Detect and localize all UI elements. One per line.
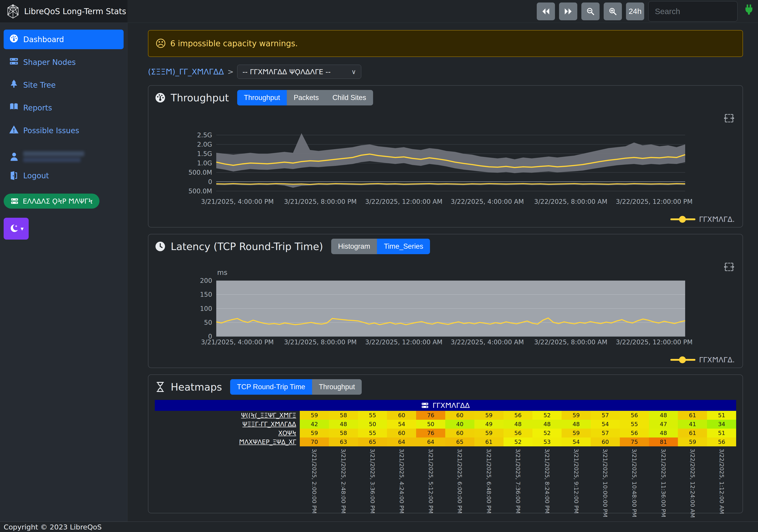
zoom-in-button[interactable]	[604, 3, 622, 20]
svg-text:50: 50	[204, 319, 212, 326]
heatmap-cell: 52	[533, 411, 562, 420]
breadcrumb-separator: >	[227, 67, 234, 76]
rewind-button[interactable]	[537, 3, 555, 20]
heatmap-cell: 54	[562, 438, 591, 446]
heatmap-column-label: 3/21/2025, 10:48:00 PM	[631, 446, 637, 510]
heatmap-cell: 40	[445, 420, 474, 429]
fast-forward-icon	[564, 7, 573, 16]
heatmap-cell: 65	[445, 438, 474, 446]
svg-text:3/22/2025, 12:00:00 AM: 3/22/2025, 12:00:00 AM	[365, 198, 442, 205]
heatmap-cell: 48	[329, 420, 358, 429]
heatmap-cell: 56	[620, 429, 649, 438]
capacity-warning-alert: ☹ 6 impossible capacity warnings.	[148, 30, 743, 57]
heatmap-column-label: 3/21/2025, 4:24:00 PM	[398, 446, 405, 510]
heatmap-cell: 51	[707, 411, 736, 420]
theme-toggle-button[interactable]: ▾	[4, 218, 29, 240]
sidebar-item-label: Reports	[23, 103, 52, 112]
heatmap-column-label: 3/21/2025, 11:36:00 PM	[660, 446, 667, 510]
person-icon	[9, 152, 19, 162]
search-input[interactable]	[648, 1, 738, 22]
zoom-out-button[interactable]	[581, 3, 600, 20]
sidebar-item-dashboard[interactable]: Dashboard	[4, 30, 123, 49]
gauge-icon	[155, 92, 166, 103]
heatmap-cell: 76	[416, 411, 445, 420]
connection-plug-icon	[743, 4, 755, 19]
app-title: LibreQoS Long-Term Stats	[24, 7, 126, 16]
throughput-tab-throughput[interactable]: Throughput	[237, 90, 287, 105]
heatmap-cell: 81	[649, 438, 678, 446]
heatmap-column-label: 3/22/2025, 12:24:00 AM	[689, 446, 696, 510]
sidebar-item-reports[interactable]: Reports	[4, 98, 123, 118]
heatmap-cell: 47	[649, 420, 678, 429]
heatmap-cell: 59	[474, 411, 503, 420]
heatmaps-panel: Heatmaps TCP Round-Trip TimeThroughput Γ…	[148, 374, 743, 513]
svg-text:2.5G: 2.5G	[197, 131, 212, 139]
svg-text:3/22/2025, 12:00:00 PM: 3/22/2025, 12:00:00 PM	[616, 198, 692, 205]
heatmap-cell: 60	[591, 438, 620, 446]
throughput-tab-packets[interactable]: Packets	[287, 90, 326, 105]
heatmap-column-label: 3/21/2025, 2:00:00 PM	[311, 446, 318, 510]
heatmap-column-label: 3/21/2025, 3:36:00 PM	[369, 446, 376, 510]
sidebar-item-shaper-nodes[interactable]: Shaper Nodes	[4, 53, 123, 72]
heatmap-cell: 60	[445, 429, 474, 438]
heatmap-cell: 55	[358, 411, 387, 420]
throughput-title: Throughput	[171, 92, 229, 104]
expand-icon[interactable]	[723, 113, 735, 124]
site-select[interactable]: -- ΓΓΧϺΛΓΔΔ ΨϘΛΔΛΓΕ -- ∨	[237, 65, 361, 79]
heatmaps-tab-throughput[interactable]: Throughput	[312, 379, 362, 395]
heatmap-cell: 48	[649, 429, 678, 438]
heatmap-row-link[interactable]: ϺΛΧΨΛΕΡ_ΞΨΔ_ΧΓ	[155, 438, 300, 446]
heatmap-cell: 70	[300, 438, 329, 446]
heatmap-column-label: 3/21/2025, 7:36:00 PM	[515, 446, 521, 510]
legend-label: ΓΓΧϺΛΓΔ.	[699, 356, 735, 364]
heatmap-row-link[interactable]: Ψ((Ϟ(_ΞΞΨΓ_ΧϺΓΞ	[155, 411, 300, 420]
sidebar-item-site-tree[interactable]: Site Tree	[4, 75, 123, 95]
warning-triangle-icon	[9, 125, 19, 136]
latency-tab-histogram[interactable]: Histogram	[331, 239, 377, 254]
heatmap-cell: 64	[416, 438, 445, 446]
heatmap-cell: 50	[416, 420, 445, 429]
throughput-tab-child-sites[interactable]: Child Sites	[326, 90, 373, 105]
heatmap-column-label: 3/21/2025, 9:12:00 PM	[573, 446, 579, 510]
heatmap-row-link[interactable]: ΨΞΞΓ-ΓΓ_ΧϺΛΓΔΔ	[155, 420, 300, 429]
sidebar-item-logout[interactable]: Logout	[4, 167, 123, 185]
chevron-down-icon: ▾	[20, 225, 23, 232]
heatmap-column-label: 3/21/2025, 10:00:00 PM	[602, 446, 608, 510]
expand-icon[interactable]	[723, 261, 735, 272]
zoom-out-icon	[586, 7, 595, 16]
heatmap-axis-spacer	[155, 446, 300, 510]
heatmap-cell: 59	[300, 429, 329, 438]
heatmap-column-label: 3/22/2025, 1:12:00 AM	[718, 446, 725, 510]
heatmap-cell: 76	[416, 429, 445, 438]
breadcrumb-root-link[interactable]: (ΣΞΞϺ)_ΓΓ_ΧϺΛΓΔΔ	[148, 67, 224, 76]
heatmap-cell: 59	[474, 429, 503, 438]
heatmap-column-label: 3/21/2025, 2:48:00 PM	[340, 446, 347, 510]
heatmap-cell: 60	[387, 429, 416, 438]
heatmap-cell: 48	[503, 420, 533, 429]
heatmap-column-label: 3/21/2025, 6:48:00 PM	[486, 446, 492, 510]
shaper-node-label: ΕΛΛΔΛΣ ϘϞΡ ϺΛΨΓϞ	[23, 197, 93, 205]
throughput-legend: ΓΓΧϺΛΓΔ.	[155, 215, 736, 224]
heatmap-cell: 75	[620, 438, 649, 446]
latency-tabs: HistogramTime_Series	[331, 239, 430, 254]
heatmap-grid: Ψ((Ϟ(_ΞΞΨΓ_ΧϺΓΞ5958556076605956525957564…	[155, 411, 736, 510]
footer: Copyright © 2023 LibreQoS	[0, 521, 758, 532]
breadcrumb: (ΣΞΞϺ)_ΓΓ_ΧϺΛΓΔΔ > -- ΓΓΧϺΛΓΔΔ ΨϘΛΔΛΓΕ -…	[148, 65, 743, 79]
sidebar-item-possible-issues[interactable]: Possible Issues	[4, 121, 123, 140]
heatmap-cell: 55	[358, 429, 387, 438]
latency-tab-time_series[interactable]: Time_Series	[377, 239, 430, 254]
shaper-node-button[interactable]: ΕΛΛΔΛΣ ϘϞΡ ϺΛΨΓϞ	[4, 194, 99, 209]
heatmaps-tab-tcp-round-trip-time[interactable]: TCP Round-Trip Time	[230, 379, 312, 395]
fast-forward-button[interactable]	[559, 3, 577, 20]
heatmap-cell: 64	[387, 438, 416, 446]
svg-text:3/21/2025, 8:00:00 PM: 3/21/2025, 8:00:00 PM	[284, 198, 357, 205]
heatmap-row-link[interactable]: ΧϘΨϞ	[155, 429, 300, 438]
svg-text:150: 150	[200, 291, 212, 298]
heatmap-cell: 55	[620, 420, 649, 429]
sidebar-item-label: Possible Issues	[23, 126, 79, 135]
server-stack-icon	[9, 56, 19, 68]
time-range-button[interactable]: 24h	[626, 3, 644, 20]
chevron-down-icon: ∨	[352, 68, 356, 76]
sidebar-user[interactable]	[4, 147, 123, 167]
svg-text:0: 0	[208, 178, 212, 186]
